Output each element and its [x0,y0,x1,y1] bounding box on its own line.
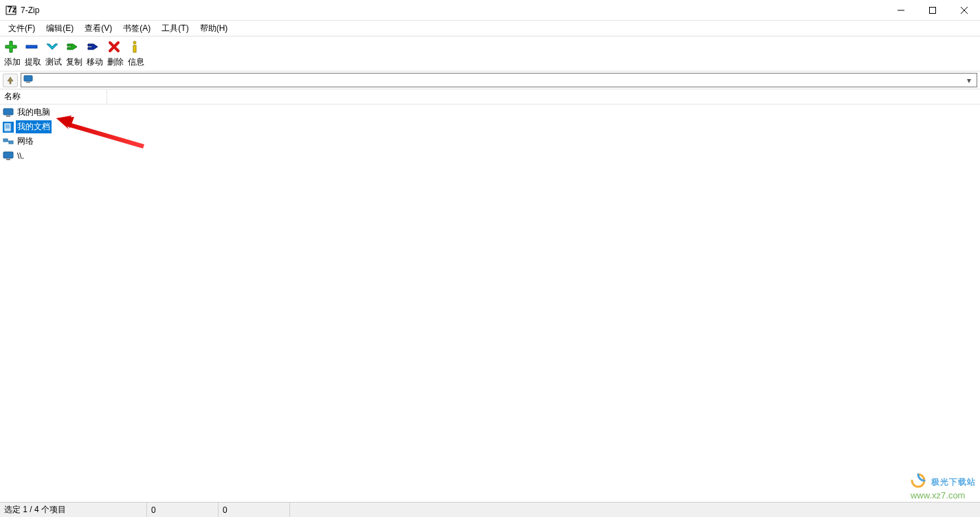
close-button[interactable] [948,0,980,21]
add-icon[interactable] [4,40,18,54]
add-label[interactable]: 添加 [3,56,22,68]
window-title: 7-Zip [21,6,39,15]
menu-bookmarks[interactable]: 书签(A) [118,21,156,36]
menu-view[interactable]: 查看(V) [79,21,118,36]
delete-icon[interactable] [107,40,121,54]
address-input-wrap: ▾ [21,73,977,87]
computer-icon [3,107,14,118]
row-label: 我的电脑 [16,106,52,119]
addressbar: ▾ [0,72,980,89]
maximize-button[interactable] [917,0,948,21]
svg-rect-20 [3,152,13,158]
svg-rect-11 [3,109,13,115]
computer2-icon [3,151,14,162]
app-icon: 7z [5,5,16,16]
svg-rect-21 [6,159,10,160]
info-icon[interactable] [128,40,142,54]
svg-rect-13 [4,123,11,131]
row-label: \\. [16,151,25,162]
titlebar: 7z 7-Zip [0,0,980,21]
status-selection: 选定 1 / 4 个项目 [0,503,147,517]
move-icon[interactable] [87,40,100,54]
svg-rect-17 [3,139,8,142]
svg-text:7z: 7z [8,5,16,14]
up-button[interactable] [3,74,18,87]
list-header: 名称 [0,89,980,104]
extract-icon[interactable] [25,40,38,54]
list-row-root[interactable]: \\. [0,148,980,163]
column-name[interactable]: 名称 [0,89,107,104]
address-input[interactable] [35,74,964,87]
row-label: 我的文档 [16,120,52,133]
svg-rect-3 [930,7,936,13]
status-num2: 0 [219,503,290,517]
list-body: 我的电脑 我的文档 网络 \\. [0,104,980,163]
test-icon[interactable] [45,40,59,54]
menubar: 文件(F) 编辑(E) 查看(V) 书签(A) 工具(T) 帮助(H) [0,21,980,36]
address-dropdown-icon[interactable]: ▾ [964,76,975,85]
svg-rect-8 [133,45,136,52]
menu-file[interactable]: 文件(F) [3,21,41,36]
row-label: 网络 [16,135,35,148]
toolbar: 添加 提取 测试 复制 移动 删除 信息 [0,36,980,72]
list-row-network[interactable]: 网络 [0,134,980,148]
delete-label[interactable]: 删除 [106,56,125,68]
test-label[interactable]: 测试 [44,56,63,68]
svg-rect-18 [9,141,13,144]
copy-label[interactable]: 复制 [65,56,84,68]
svg-rect-6 [26,45,37,48]
status-rest [290,503,980,517]
list-row-computer[interactable]: 我的电脑 [0,105,980,120]
svg-rect-9 [24,76,32,81]
statusbar: 选定 1 / 4 个项目 0 0 [0,502,980,517]
list-row-documents[interactable]: 我的文档 [0,120,980,134]
menu-edit[interactable]: 编辑(E) [41,21,79,36]
copy-icon[interactable] [66,40,80,54]
move-label[interactable]: 移动 [85,56,104,68]
svg-rect-12 [6,116,10,117]
svg-point-7 [133,41,136,44]
info-label[interactable]: 信息 [126,56,146,68]
file-list-area: 名称 我的电脑 我的文档 网络 \\. [0,89,980,502]
minimize-button[interactable] [885,0,917,21]
menu-help[interactable]: 帮助(H) [194,21,234,36]
network-icon [3,136,14,147]
documents-icon [3,122,14,133]
svg-rect-10 [26,82,30,83]
pc-icon [23,75,33,85]
extract-label[interactable]: 提取 [23,56,43,68]
status-num1: 0 [147,503,219,517]
menu-tools[interactable]: 工具(T) [156,21,194,36]
